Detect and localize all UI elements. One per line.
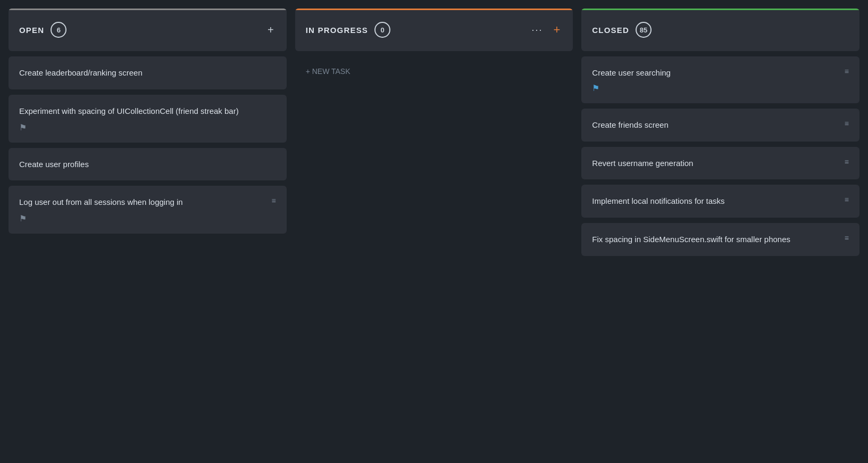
task-title-row: Implement local notifications for tasks …	[592, 195, 849, 207]
flag-icon: ⚑	[19, 214, 27, 223]
task-card[interactable]: Experiment with spacing of UICollectionC…	[9, 95, 287, 143]
task-title: Revert username generation	[592, 158, 693, 169]
task-title: Implement local notifications for tasks	[592, 195, 724, 207]
task-title-row: Create friends screen ≡	[592, 119, 849, 131]
flag-icon: ⚑	[592, 84, 599, 93]
task-title: Create user searching	[592, 67, 671, 79]
strikethrough-icon: ≡	[845, 119, 849, 128]
task-card[interactable]: Create user profiles	[9, 148, 287, 181]
column-inprogress-header: IN PROGRESS 0 ··· +	[295, 9, 573, 51]
column-inprogress-badge: 0	[374, 22, 390, 38]
strikethrough-icon: ≡	[845, 158, 849, 166]
column-closed: CLOSED 85 Create user searching ≡ ⚑ Crea…	[581, 9, 859, 256]
task-title-row: Fix spacing in SideMenuScreen.swift for …	[592, 234, 849, 245]
task-title: Experiment with spacing of UICollectionC…	[19, 105, 276, 117]
inprogress-add-button[interactable]: +	[551, 23, 562, 37]
task-card[interactable]: Create user searching ≡ ⚑	[581, 56, 859, 103]
column-inprogress-actions: ··· +	[529, 23, 562, 37]
column-open-title: OPEN	[19, 26, 44, 35]
flag-icon: ⚑	[19, 123, 27, 132]
task-title-row: Log user out from all sessions when logg…	[19, 196, 276, 208]
strikethrough-icon: ≡	[845, 67, 849, 76]
strikethrough-icon: ≡	[271, 196, 276, 205]
task-meta-row: ⚑	[19, 123, 276, 132]
task-title: Log user out from all sessions when logg…	[19, 196, 183, 208]
task-title: Create leaderboard/ranking screen	[19, 67, 276, 79]
column-open-badge: 6	[51, 22, 66, 38]
new-task-button[interactable]: + NEW TASK	[295, 56, 573, 86]
column-open-header: OPEN 6 +	[9, 9, 287, 51]
task-title: Create friends screen	[592, 119, 668, 131]
task-card[interactable]: Create friends screen ≡	[581, 109, 859, 142]
task-card[interactable]: Implement local notifications for tasks …	[581, 185, 859, 218]
strikethrough-icon: ≡	[845, 234, 849, 242]
task-title: Fix spacing in SideMenuScreen.swift for …	[592, 234, 790, 245]
column-inprogress-title: IN PROGRESS	[306, 26, 368, 35]
task-card[interactable]: Fix spacing in SideMenuScreen.swift for …	[581, 223, 859, 256]
task-card[interactable]: Revert username generation ≡	[581, 147, 859, 180]
column-closed-badge: 85	[636, 22, 652, 38]
task-title-row: Create user searching ≡	[592, 67, 849, 79]
column-closed-header: CLOSED 85	[581, 9, 859, 51]
column-inprogress: IN PROGRESS 0 ··· + + NEW TASK	[295, 9, 573, 256]
column-open-actions: +	[265, 23, 276, 36]
task-meta-row: ⚑	[592, 84, 849, 93]
column-closed-title: CLOSED	[592, 26, 629, 35]
kanban-board: OPEN 6 + Create leaderboard/ranking scre…	[9, 9, 859, 256]
task-card[interactable]: Create leaderboard/ranking screen	[9, 56, 287, 89]
task-title-row: Revert username generation ≡	[592, 158, 849, 169]
column-open: OPEN 6 + Create leaderboard/ranking scre…	[9, 9, 287, 256]
task-title: Create user profiles	[19, 159, 276, 170]
task-card[interactable]: Log user out from all sessions when logg…	[9, 186, 287, 234]
task-meta-row: ⚑	[19, 214, 276, 223]
open-add-button[interactable]: +	[265, 23, 276, 36]
inprogress-dots-button[interactable]: ···	[529, 24, 545, 36]
strikethrough-icon: ≡	[845, 195, 849, 204]
